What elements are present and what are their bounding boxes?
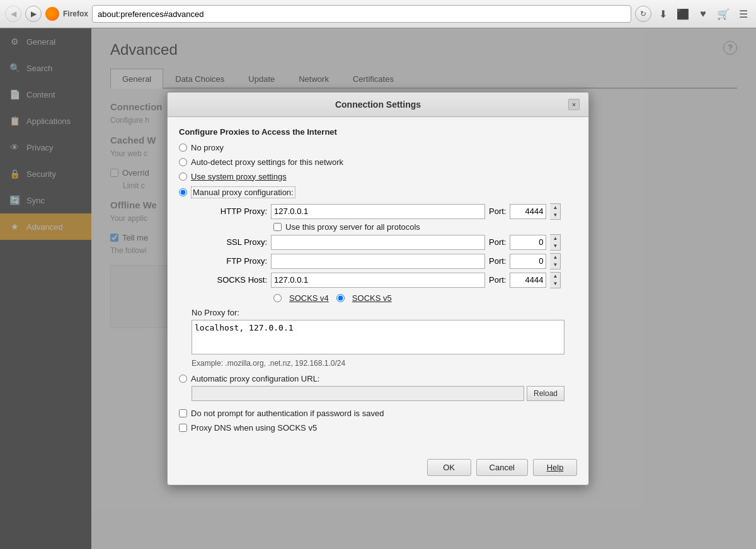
auto-detect-label[interactable]: Auto-detect proxy settings for this netw… (191, 157, 343, 167)
menu-icon[interactable]: ☰ (736, 6, 751, 21)
use-for-all-checkbox[interactable] (273, 223, 282, 231)
auto-proxy-config-row: Automatic proxy configuration URL: (179, 374, 577, 383)
http-port-input[interactable] (510, 204, 546, 219)
dialog-title: Connection Settings (188, 99, 568, 110)
radio-auto-detect: Auto-detect proxy settings for this netw… (179, 157, 577, 167)
http-proxy-row: HTTP Proxy: Port: ▲ ▼ (192, 203, 577, 220)
radio-no-proxy: No proxy (179, 143, 577, 152)
address-bar[interactable] (92, 5, 631, 23)
ssl-port-up[interactable]: ▲ (550, 235, 560, 242)
ssl-port-down[interactable]: ▼ (550, 242, 560, 250)
manual-proxy-label[interactable]: Manual proxy configuration: (191, 186, 295, 198)
ssl-proxy-label: SSL Proxy: (192, 237, 267, 247)
radio-manual-proxy: Manual proxy configuration: (179, 186, 577, 198)
ftp-proxy-row: FTP Proxy: Port: ▲ ▼ (192, 253, 577, 269)
ok-button[interactable]: OK (427, 459, 471, 476)
download-icon[interactable]: ⬇ (655, 6, 670, 21)
proxy-section-title: Configure Proxies to Access the Internet (179, 127, 577, 137)
help-button[interactable]: Help (533, 459, 577, 476)
no-proxy-label[interactable]: No proxy (191, 143, 224, 152)
dialog-body: Configure Proxies to Access the Internet… (168, 117, 588, 453)
dialog-overlay: Connection Settings × Configure Proxies … (0, 28, 756, 549)
use-for-all-label[interactable]: Use this proxy server for all protocols (285, 222, 420, 232)
http-proxy-input[interactable] (271, 204, 485, 219)
ssl-proxy-input[interactable] (271, 235, 485, 250)
reload-button[interactable]: Reload (527, 386, 564, 401)
http-port-label: Port: (489, 207, 506, 216)
auto-proxy-config-label[interactable]: Automatic proxy configuration URL: (191, 374, 319, 383)
no-proxy-textarea[interactable]: localhost, 127.0.0.1 (192, 320, 564, 354)
ftp-port-label: Port: (489, 256, 506, 266)
socks-v5-label[interactable]: SOCKS v5 (352, 293, 392, 303)
http-proxy-label: HTTP Proxy: (192, 207, 267, 216)
browser-toolbar: ◀ ▶ Firefox ↻ ⬇ ⬛ ♥ 🛒 ☰ (0, 0, 756, 28)
ftp-proxy-label: FTP Proxy: (192, 256, 267, 266)
firefox-logo (45, 7, 59, 21)
manual-proxy-radio[interactable] (179, 188, 187, 196)
back-button[interactable]: ◀ (5, 6, 21, 22)
socks-port-label: Port: (489, 275, 506, 285)
socks-v4-radio[interactable] (273, 294, 282, 302)
socks-v4-label[interactable]: SOCKS v4 (289, 293, 329, 303)
firefox-label: Firefox (63, 9, 88, 18)
auto-proxy-url-input[interactable] (192, 386, 524, 401)
ssl-port-label: Port: (489, 237, 506, 247)
dialog-close-button[interactable]: × (568, 99, 580, 110)
socks-port-input[interactable] (510, 273, 546, 288)
socks-v5-radio[interactable] (336, 294, 345, 302)
toolbar-icons: ⬇ ⬛ ♥ 🛒 ☰ (655, 6, 751, 21)
no-auth-prompt-row: Do not prompt for authentication if pass… (179, 409, 577, 418)
cancel-button[interactable]: Cancel (476, 459, 528, 476)
no-proxy-for-label: No Proxy for: (192, 308, 577, 317)
dialog-title-bar: Connection Settings × (168, 93, 588, 117)
ssl-proxy-row: SSL Proxy: Port: ▲ ▼ (192, 234, 577, 251)
proxy-dns-label[interactable]: Proxy DNS when using SOCKS v5 (191, 423, 317, 433)
socks-host-row: SOCKS Host: Port: ▲ ▼ (192, 272, 577, 288)
socks-host-input[interactable] (271, 273, 485, 288)
no-auth-checkbox[interactable] (179, 409, 187, 417)
ftp-port-down[interactable]: ▼ (550, 261, 560, 269)
proxy-dns-checkbox[interactable] (179, 424, 187, 432)
browser-chrome: ◀ ▶ Firefox ↻ ⬇ ⬛ ♥ 🛒 ☰ (0, 0, 756, 28)
ssl-port-spinner[interactable]: ▲ ▼ (550, 234, 561, 251)
bottom-checkboxes: Do not prompt for authentication if pass… (179, 409, 577, 433)
http-port-down[interactable]: ▼ (550, 212, 560, 219)
socks-version-row: SOCKS v4 SOCKS v5 (273, 293, 577, 303)
ssl-port-input[interactable] (510, 235, 546, 250)
proxy-dns-row: Proxy DNS when using SOCKS v5 (179, 423, 577, 433)
system-proxy-label[interactable]: Use system proxy settings (191, 172, 287, 181)
socks-host-label: SOCKS Host: (192, 275, 267, 285)
socks-port-spinner[interactable]: ▲ ▼ (550, 272, 561, 288)
shop-icon[interactable]: 🛒 (716, 6, 731, 21)
http-port-spinner[interactable]: ▲ ▼ (550, 203, 561, 220)
dialog-buttons: OK Cancel Help (168, 453, 588, 485)
socks-port-down[interactable]: ▼ (550, 280, 560, 288)
forward-button[interactable]: ▶ (25, 6, 42, 22)
auto-proxy-input-row: Reload (192, 386, 564, 401)
ftp-proxy-input[interactable] (271, 254, 485, 269)
auto-proxy-radio[interactable] (179, 375, 187, 383)
reload-nav-button[interactable]: ↻ (635, 6, 651, 22)
system-proxy-radio[interactable] (179, 173, 187, 181)
ftp-port-up[interactable]: ▲ (550, 254, 560, 261)
radio-system-proxy: Use system proxy settings (179, 172, 577, 181)
no-auth-label[interactable]: Do not prompt for authentication if pass… (191, 409, 384, 418)
example-text: Example: .mozilla.org, .net.nz, 192.168.… (192, 359, 577, 368)
ftp-port-input[interactable] (510, 254, 546, 269)
ftp-port-spinner[interactable]: ▲ ▼ (550, 253, 561, 269)
pocket-icon[interactable]: ♥ (696, 6, 711, 21)
connection-settings-dialog: Connection Settings × Configure Proxies … (167, 92, 589, 485)
auto-detect-radio[interactable] (179, 158, 187, 166)
no-proxy-radio[interactable] (179, 144, 187, 152)
http-port-up[interactable]: ▲ (550, 204, 560, 212)
use-for-all-row: Use this proxy server for all protocols (273, 222, 577, 232)
window-icon[interactable]: ⬛ (675, 6, 690, 21)
socks-port-up[interactable]: ▲ (550, 273, 560, 280)
